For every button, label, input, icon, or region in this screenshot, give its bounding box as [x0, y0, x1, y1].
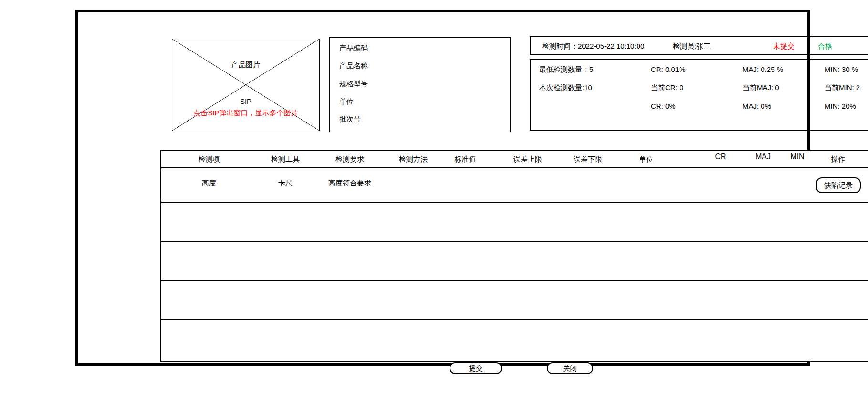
stat-current-cr: 当前CR: 0 [651, 83, 683, 92]
col-header-unit: 单位 [617, 155, 675, 164]
col-header-upper-tolerance: 误差上限 [499, 155, 556, 164]
stat-min-rate: MIN: 20% [825, 102, 856, 110]
col-header-action: 操作 [816, 155, 859, 164]
field-unit: 单位 [339, 97, 510, 106]
col-header-cr: CR [699, 153, 742, 161]
product-info-panel: 产品编码 产品名称 规格型号 单位 批次号 [329, 37, 511, 132]
stat-current-qty: 本次检测数量:10 [539, 83, 592, 92]
col-header-min: MIN [776, 153, 819, 161]
table-row-empty [161, 242, 868, 281]
stat-cr-rate: CR: 0% [651, 102, 676, 110]
product-image-label: 产品图片 [172, 61, 319, 70]
inspection-table: 检测项 检测工具 检测要求 检测方法 标准值 误差上限 误差下限 单位 CR M… [160, 150, 868, 362]
sip-link[interactable]: SIP [172, 97, 319, 105]
inspection-time: 检测时间：2022-05-22 10:10:00 [542, 42, 644, 51]
defect-record-button[interactable]: 缺陷记录 [816, 177, 861, 193]
stat-current-min: 当前MIN: 2 [825, 83, 860, 92]
stat-current-maj: 当前MAJ: 0 [743, 83, 779, 92]
col-header-standard: 标准值 [437, 155, 494, 164]
dialog-frame: 产品图片 SIP 点击SIP弹出窗口，显示多个图片 产品编码 产品名称 规格型号… [75, 10, 810, 366]
table-row-empty [161, 320, 868, 361]
inspection-dialog: 产品图片 SIP 点击SIP弹出窗口，显示多个图片 产品编码 产品名称 规格型号… [0, 0, 868, 397]
stat-cr-limit: CR: 0.01% [651, 65, 686, 73]
cell-item: 高度 [180, 179, 238, 188]
col-header-item: 检测项 [180, 155, 238, 164]
inspector-name: 检测员:张三 [673, 42, 711, 51]
inspection-stats-panel: 最低检测数量：5 CR: 0.01% MAJ: 0.25 % MIN: 30 %… [530, 59, 868, 131]
submit-button[interactable]: 提交 [450, 362, 502, 374]
cell-tool: 卡尺 [254, 179, 316, 188]
submit-status-badge: 未提交 [773, 42, 795, 51]
col-header-method: 检测方法 [382, 155, 444, 164]
field-product-name: 产品名称 [339, 61, 510, 70]
table-row-empty [161, 203, 868, 242]
sip-note: 点击SIP弹出窗口，显示多个图片 [172, 109, 319, 118]
inspection-time-label: 检测时间： [542, 42, 578, 50]
cell-requirement: 高度符合要求 [319, 179, 381, 188]
table-row: 高度 卡尺 高度符合要求 缺陷记录 [161, 169, 868, 203]
inspection-header: 检测时间：2022-05-22 10:10:00 检测员:张三 未提交 合格 [530, 36, 868, 55]
stat-min-qty: 最低检测数量：5 [539, 65, 593, 74]
col-header-lower-tolerance: 误差下限 [559, 155, 617, 164]
table-row-empty [161, 281, 868, 320]
stat-maj-limit: MAJ: 0.25 % [743, 65, 783, 73]
field-spec-model: 规格型号 [339, 80, 510, 88]
col-header-tool: 检测工具 [254, 155, 316, 164]
product-image-placeholder[interactable]: 产品图片 SIP 点击SIP弹出窗口，显示多个图片 [172, 39, 320, 131]
close-button[interactable]: 关闭 [547, 362, 593, 374]
result-status-badge: 合格 [818, 42, 832, 51]
stat-min-limit: MIN: 30 % [825, 65, 858, 73]
stat-maj-rate: MAJ: 0% [743, 102, 771, 110]
table-header-row: 检测项 检测工具 检测要求 检测方法 标准值 误差上限 误差下限 单位 CR M… [161, 151, 868, 168]
inspection-time-value: 2022-05-22 10:10:00 [578, 42, 644, 50]
field-batch-no: 批次号 [339, 115, 510, 123]
field-product-code: 产品编码 [339, 44, 510, 52]
col-header-requirement: 检测要求 [319, 155, 381, 164]
